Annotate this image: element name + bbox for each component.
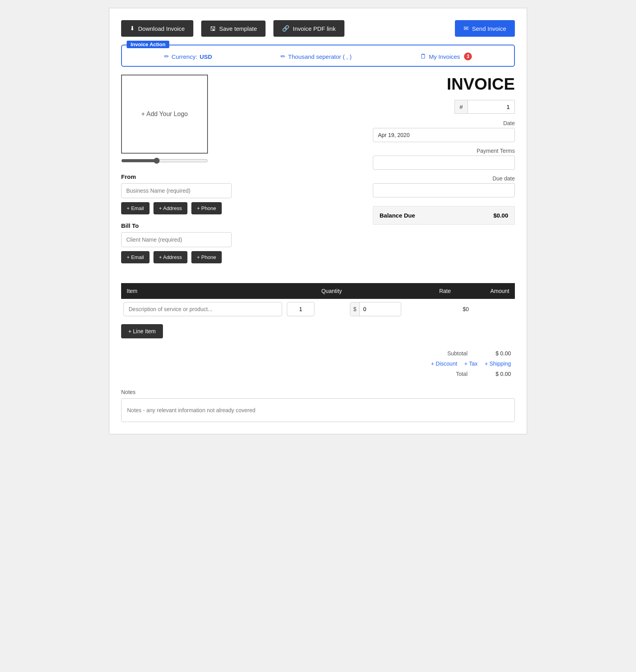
bill-to-client-input[interactable] <box>121 232 232 247</box>
item-quantity-input[interactable] <box>287 302 314 316</box>
col-quantity-header: Quantity <box>284 283 347 299</box>
items-table: Item Quantity Rate Amount $ <box>121 283 515 319</box>
invoice-hash: # <box>455 100 468 114</box>
action-bar-items: ✏ Currency: USD ✏ Thousand seperator ( ,… <box>130 53 506 60</box>
add-logo-text: + Add Your Logo <box>141 111 188 118</box>
invoice-action-label: Invoice Action <box>127 41 169 48</box>
notes-section: Notes <box>121 389 515 422</box>
notes-input[interactable] <box>121 398 515 422</box>
invoice-right-column: INVOICE # Date Payment Terms Due date Ba… <box>373 75 515 271</box>
my-invoices-button[interactable]: 🗒 My Invoices 3 <box>420 53 472 60</box>
item-desc-cell <box>121 299 284 319</box>
from-business-input[interactable] <box>121 183 232 198</box>
download-icon: ⬇ <box>130 25 135 32</box>
logo-upload-area[interactable]: + Add Your Logo <box>121 75 208 154</box>
payment-terms-label: Payment Terms <box>373 148 515 154</box>
from-phone-button[interactable]: + Phone <box>191 202 222 214</box>
from-address-button[interactable]: + Address <box>153 202 187 214</box>
rate-dollar-symbol: $ <box>350 302 360 316</box>
send-icon: ✉ <box>464 25 469 32</box>
col-amount-header: Amount <box>456 283 515 299</box>
notes-label: Notes <box>121 389 515 395</box>
due-date-input[interactable] <box>373 183 515 197</box>
total-label: Total <box>393 371 468 377</box>
currency-selector[interactable]: ✏ Currency: USD <box>164 53 212 60</box>
pdf-link-button[interactable]: 🔗 Invoice PDF link <box>273 20 344 37</box>
item-rate-input[interactable] <box>360 302 391 316</box>
invoice-top-section: + Add Your Logo From + Email + Address +… <box>121 75 515 271</box>
col-rate-header: Rate <box>348 283 456 299</box>
invoice-title: INVOICE <box>373 75 515 94</box>
edit-currency-icon: ✏ <box>164 53 169 60</box>
table-row: $ $0 <box>121 299 515 319</box>
balance-due-box: Balance Due $0.00 <box>373 206 515 225</box>
modifier-links: + Discount + Tax + Shipping <box>431 360 511 367</box>
total-row: Total $ 0.00 <box>393 371 511 377</box>
item-rate-cell: $ <box>348 299 456 319</box>
shipping-link[interactable]: + Shipping <box>484 360 511 367</box>
invoice-action-bar: Invoice Action ✏ Currency: USD ✏ Thousan… <box>121 45 515 67</box>
subtotal-label: Subtotal <box>393 350 468 357</box>
edit-sep-icon: ✏ <box>281 53 286 60</box>
add-line-item-button[interactable]: + Line Item <box>121 324 163 338</box>
date-field-label: Date <box>373 120 515 126</box>
from-email-button[interactable]: + Email <box>121 202 150 214</box>
payment-terms-input[interactable] <box>373 156 515 170</box>
bill-to-address-button[interactable]: + Address <box>153 251 187 263</box>
tax-link[interactable]: + Tax <box>464 360 478 367</box>
item-amount-cell: $0 <box>456 299 515 319</box>
bill-to-phone-button[interactable]: + Phone <box>191 251 222 263</box>
invoice-number-input[interactable] <box>468 100 515 114</box>
from-label: From <box>121 173 357 180</box>
subtotal-value: $ 0.00 <box>479 350 511 357</box>
bill-to-label: Bill To <box>121 222 357 229</box>
due-date-label: Due date <box>373 175 515 182</box>
send-invoice-button[interactable]: ✉ Send Invoice <box>455 20 515 37</box>
totals-section: Subtotal $ 0.00 + Discount + Tax + Shipp… <box>121 350 515 377</box>
balance-due-label: Balance Due <box>380 212 415 219</box>
discount-link[interactable]: + Discount <box>431 360 457 367</box>
save-icon: 🖫 <box>210 25 216 32</box>
bill-to-contact-buttons: + Email + Address + Phone <box>121 251 357 263</box>
items-section: Item Quantity Rate Amount $ <box>121 283 515 338</box>
date-input[interactable] <box>373 128 515 142</box>
item-rate-wrapper: $ <box>350 302 401 316</box>
item-description-input[interactable] <box>123 302 282 316</box>
table-header-row: Item Quantity Rate Amount <box>121 283 515 299</box>
total-value: $ 0.00 <box>479 371 511 377</box>
bill-to-email-button[interactable]: + Email <box>121 251 150 263</box>
invoices-icon: 🗒 <box>420 53 426 60</box>
toolbar: ⬇ Download Invoice 🖫 Save template 🔗 Inv… <box>121 20 515 37</box>
from-contact-buttons: + Email + Address + Phone <box>121 202 357 214</box>
balance-due-value: $0.00 <box>493 212 508 219</box>
save-template-button[interactable]: 🖫 Save template <box>201 21 266 37</box>
subtotal-row: Subtotal $ 0.00 <box>393 350 511 357</box>
col-item-header: Item <box>121 283 284 299</box>
logo-size-slider[interactable] <box>121 158 208 164</box>
invoice-number-row: # <box>373 100 515 114</box>
item-amount-value: $0 <box>459 306 469 312</box>
item-quantity-cell <box>284 299 347 319</box>
thousand-separator-selector[interactable]: ✏ Thousand seperator ( , ) <box>281 53 352 60</box>
download-invoice-button[interactable]: ⬇ Download Invoice <box>121 20 193 37</box>
invoice-left-column: + Add Your Logo From + Email + Address +… <box>121 75 357 271</box>
invoices-badge: 3 <box>464 53 472 60</box>
pdf-icon: 🔗 <box>282 25 290 32</box>
invoice-page: ⬇ Download Invoice 🖫 Save template 🔗 Inv… <box>109 8 527 434</box>
